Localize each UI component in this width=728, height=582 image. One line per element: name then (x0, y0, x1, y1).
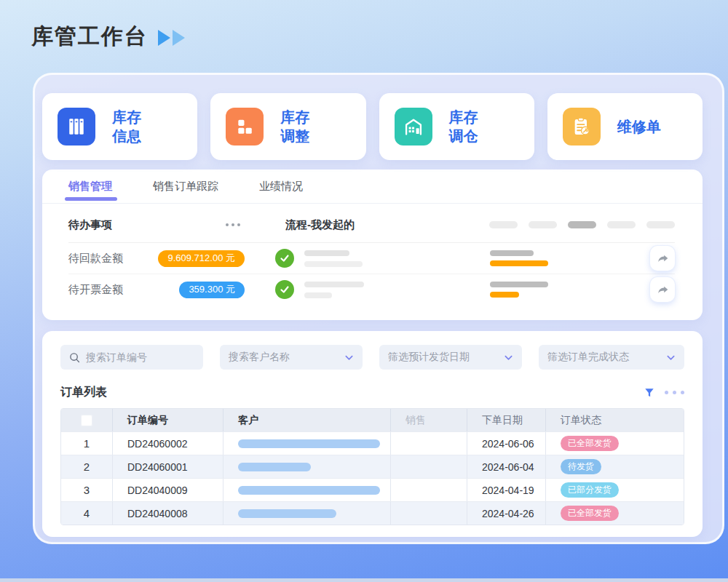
filter-funnel-icon[interactable] (644, 388, 654, 398)
customer-select[interactable]: 搜索客户名称 (220, 345, 363, 370)
filter-bar: 搜索客户名称 筛选预计发货日期 筛选订单完成状态 (60, 345, 684, 370)
order-list-header: 订单列表 (60, 385, 684, 400)
search-icon (69, 352, 80, 363)
card-label: 库存信息 (112, 108, 141, 146)
amount-badge: 9.609.712.00 元 (158, 250, 245, 267)
todo-row-label: 待开票金额 (68, 283, 163, 297)
skeleton-bar (304, 261, 363, 267)
sales-panel: 销售管理 销售订单跟踪 业绩情况 待办事项 流程-我发起的 (42, 170, 703, 320)
chevron-down-icon (666, 353, 676, 362)
sales-cell (391, 502, 467, 525)
todo-row-label: 待回款金额 (68, 252, 163, 266)
order-date: 2024-06-04 (467, 455, 546, 478)
status-badge: 已部分发货 (561, 482, 619, 498)
row-index: 3 (84, 484, 90, 496)
skeleton-bar (304, 250, 349, 256)
quick-entry-cards: 库存信息 库存调整 库存调仓 维修单 (42, 93, 703, 160)
skeleton-bar (490, 250, 534, 256)
col-sales: 销售 (391, 409, 467, 431)
row-index: 4 (84, 507, 90, 519)
card-inventory-info[interactable]: 库存信息 (42, 93, 197, 160)
tab-label: 销售管理 (68, 180, 112, 194)
customer-redacted-bar (238, 509, 336, 518)
card-repair-order[interactable]: 维修单 (547, 93, 703, 160)
check-circle-icon (275, 280, 294, 299)
todo-title: 待办事项 (68, 218, 226, 232)
orders-panel: 搜索客户名称 筛选预计发货日期 筛选订单完成状态 订单列表 订单编号 (42, 331, 703, 537)
orders-table: 订单编号 客户 销售 下单日期 订单状态 1 DD24060002 2024-0… (60, 408, 684, 525)
order-no: DD24060002 (113, 432, 223, 455)
table-row[interactable]: 3 DD24040009 2024-04-19 已部分发货 (61, 478, 684, 501)
status-badge: 已全部发货 (561, 436, 619, 451)
search-order-input[interactable] (86, 351, 188, 363)
customer-redacted-bar (238, 463, 311, 471)
skeleton-pill (607, 221, 636, 228)
select-label: 搜索客户名称 (229, 351, 290, 364)
skeleton-pill (529, 221, 557, 228)
todo-row-invoice: 待开票金额 359.300 元 (68, 274, 675, 305)
todo-header-row: 待办事项 流程-我发起的 (68, 213, 675, 236)
tab-sales-management[interactable]: 销售管理 (68, 170, 112, 203)
sales-cell (391, 479, 467, 501)
row-index: 1 (84, 437, 90, 450)
select-label: 筛选订单完成状态 (547, 351, 629, 364)
card-inventory-transfer[interactable]: 库存调仓 (379, 93, 534, 160)
progress-bar (490, 260, 548, 266)
col-customer: 客户 (223, 409, 391, 431)
skeleton-text (304, 250, 399, 267)
card-inventory-adjust[interactable]: 库存调整 (210, 93, 365, 160)
sales-body: 待办事项 流程-我发起的 待回款金额 9.609.712.00 元 (42, 204, 703, 305)
skeleton-pill-group (489, 221, 675, 228)
progress-bars (490, 282, 548, 298)
table-row[interactable]: 4 DD24040008 2024-04-26 已全部发货 (61, 501, 684, 525)
process-title: 流程-我发起的 (285, 218, 355, 232)
tab-performance[interactable]: 业绩情况 (259, 170, 303, 203)
share-button[interactable] (650, 246, 675, 271)
more-icon[interactable] (665, 391, 684, 394)
select-all-checkbox[interactable] (81, 415, 92, 426)
progress-bars (490, 250, 548, 266)
order-no: DD24040009 (113, 479, 223, 501)
col-order-no: 订单编号 (113, 409, 223, 431)
todo-row-receivable: 待回款金额 9.609.712.00 元 (68, 243, 675, 274)
customer-redacted-bar (238, 486, 380, 495)
skeleton-bar (304, 292, 332, 298)
skeleton-bar (490, 282, 548, 287)
sales-tabs: 销售管理 销售订单跟踪 业绩情况 (42, 170, 703, 204)
workbench-container: 库存信息 库存调整 库存调仓 维修单 (33, 73, 724, 544)
sales-cell (391, 432, 467, 455)
card-label: 库存调整 (280, 108, 309, 146)
arrow-icon (173, 30, 185, 46)
skeleton-bar (304, 282, 364, 287)
ship-date-filter[interactable]: 筛选预计发货日期 (379, 345, 522, 370)
status-badge: 已全部发货 (561, 506, 619, 521)
blocks-icon (226, 108, 264, 146)
tab-label: 销售订单跟踪 (153, 180, 218, 194)
order-date: 2024-06-06 (467, 432, 546, 455)
order-status-filter[interactable]: 筛选订单完成状态 (539, 345, 684, 370)
arrow-icon (158, 30, 170, 46)
bottom-edge (0, 578, 728, 582)
page-header: 库管工作台 (0, 0, 728, 51)
col-order-status: 订单状态 (546, 409, 684, 431)
tab-label: 业绩情况 (259, 180, 303, 194)
double-arrow-icon (158, 30, 185, 46)
customer-redacted-bar (238, 439, 380, 448)
skeleton-pill (489, 221, 518, 228)
share-button[interactable] (650, 277, 675, 302)
order-search-field[interactable] (60, 345, 203, 370)
page-title: 库管工作台 (31, 22, 148, 52)
order-date: 2024-04-26 (467, 502, 546, 525)
tab-sales-order-tracking[interactable]: 销售订单跟踪 (153, 170, 218, 203)
table-row[interactable]: 2 DD24060001 2024-06-04 待发货 (61, 455, 684, 478)
sales-cell (391, 455, 467, 478)
progress-bar (490, 292, 519, 298)
order-list-title: 订单列表 (60, 385, 107, 400)
books-icon (58, 108, 95, 146)
more-icon[interactable] (226, 223, 246, 226)
order-no: DD24060001 (113, 455, 223, 478)
warehouse-icon (395, 108, 432, 146)
table-row[interactable]: 1 DD24060002 2024-06-06 已全部发货 (61, 431, 684, 455)
table-header-row: 订单编号 客户 销售 下单日期 订单状态 (61, 409, 684, 431)
check-circle-icon (275, 249, 294, 268)
